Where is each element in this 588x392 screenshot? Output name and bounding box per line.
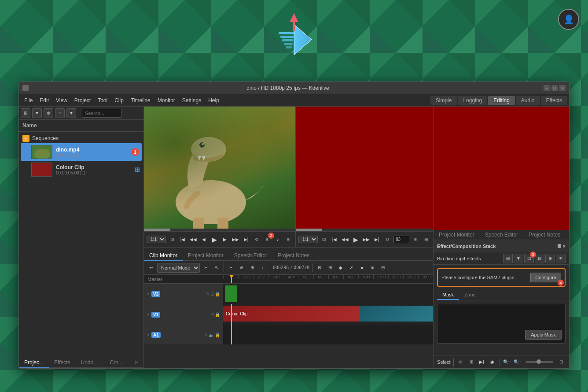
v2-clip-green[interactable] bbox=[225, 285, 237, 302]
minimize-button[interactable]: − bbox=[544, 85, 550, 91]
prj-ctrl-prev-zone[interactable]: |◀ bbox=[330, 235, 339, 244]
v2-ctrl-2[interactable]: ⊟ bbox=[210, 292, 214, 296]
layout-simple[interactable]: Simple bbox=[430, 96, 457, 105]
tab-zone[interactable]: Zone bbox=[459, 290, 481, 300]
eff-bottom-btn-4[interactable]: ◉ bbox=[488, 358, 497, 366]
tab-cor[interactable]: Cor ... bbox=[105, 358, 130, 368]
menu-clip[interactable]: Clip bbox=[111, 96, 127, 105]
tab-project[interactable]: Projec... bbox=[19, 358, 49, 368]
a1-ctrl-3[interactable]: 🔒 bbox=[215, 333, 220, 337]
tl-star[interactable]: ★ bbox=[357, 263, 366, 272]
zoom-slider[interactable] bbox=[526, 361, 553, 363]
clip-ctrl-loop[interactable]: ↻ bbox=[252, 235, 261, 244]
menu-timeline[interactable]: Timeline bbox=[127, 96, 154, 105]
menu-settings[interactable]: Settings bbox=[179, 96, 205, 105]
tl-group[interactable]: ⊞ bbox=[326, 263, 334, 272]
track-v1-body[interactable]: Colour Clip bbox=[223, 304, 433, 325]
eff-btn-4[interactable]: ⊟ bbox=[535, 254, 544, 263]
tl-cut[interactable]: ✂ bbox=[227, 263, 235, 272]
maximize-button[interactable]: □ bbox=[551, 85, 558, 91]
menu-project[interactable]: Project bbox=[71, 96, 94, 105]
menu-help[interactable]: Help bbox=[205, 96, 223, 105]
prj-ctrl-play[interactable]: ▶ bbox=[351, 235, 360, 244]
eff-btn-visibility[interactable]: 👁 bbox=[556, 254, 566, 263]
v1-red-clip[interactable]: Colour Clip bbox=[223, 306, 360, 322]
tab-project-monitor-right[interactable]: Project Monitor bbox=[434, 230, 480, 240]
prj-ctrl-next[interactable]: ▶▶ bbox=[362, 235, 371, 244]
clip-ctrl-play[interactable]: ▶ bbox=[210, 235, 219, 244]
prj-ctrl-more[interactable]: ≡ bbox=[411, 235, 420, 244]
v2-ctrl-3[interactable]: 🔒 bbox=[215, 292, 220, 296]
eff-btn-5[interactable]: ⊕ bbox=[545, 254, 555, 263]
tl-monitor[interactable]: ⊟ bbox=[379, 263, 387, 272]
tl-back-btn[interactable]: ↩ bbox=[147, 263, 155, 272]
clip-ctrl-step-fwd[interactable]: ▶ bbox=[220, 235, 229, 244]
eff-btn-2[interactable]: ▼ bbox=[514, 254, 523, 263]
prj-ctrl-fullscreen[interactable]: ⊟ bbox=[422, 235, 430, 244]
layout-effects[interactable]: Effects bbox=[541, 96, 567, 105]
tl-razor[interactable]: ✂ bbox=[202, 263, 210, 272]
search-input[interactable] bbox=[82, 109, 121, 118]
tab-project-notes-right[interactable]: Project Notes bbox=[523, 230, 566, 240]
clip-zoom-select[interactable]: 1:1 bbox=[147, 236, 166, 243]
clip-ctrl-more[interactable]: ≡ bbox=[284, 235, 293, 244]
tl-copy[interactable]: ⊕ bbox=[237, 263, 246, 272]
v1-ctrl-1[interactable]: ⊟ bbox=[210, 312, 214, 317]
bin-item-colour-clip[interactable]: Colour Clip 00:00:05:00 [1] ⊞ bbox=[21, 161, 142, 178]
tl-extract[interactable]: ↕ bbox=[258, 263, 267, 272]
close-button[interactable]: × bbox=[559, 85, 566, 91]
eff-fit[interactable]: ⊡ bbox=[557, 358, 566, 366]
layout-audio[interactable]: Audio bbox=[516, 96, 540, 105]
eff-zoom-out[interactable]: 🔍− bbox=[503, 358, 511, 366]
menu-edit[interactable]: Edit bbox=[36, 96, 52, 105]
a1-ctrl-2[interactable]: 🔈 bbox=[209, 333, 214, 337]
prj-ctrl-loop[interactable]: ↻ bbox=[383, 235, 392, 244]
mode-select[interactable]: Normal Mode bbox=[157, 263, 200, 273]
eff-bottom-btn-3[interactable]: ▶| bbox=[478, 358, 486, 366]
user-avatar[interactable]: 👤 bbox=[558, 9, 579, 30]
tl-menu[interactable]: ≡ bbox=[368, 263, 377, 272]
project-zoom-select[interactable]: 1:1 bbox=[298, 236, 318, 243]
a1-ctrl-1[interactable]: ✎ bbox=[204, 333, 208, 337]
bin-btn-2[interactable]: ▼ bbox=[32, 108, 42, 118]
menu-tool[interactable]: Tool bbox=[94, 96, 111, 105]
layout-editing[interactable]: Editing bbox=[488, 96, 515, 105]
effects-close-btn[interactable]: × bbox=[563, 244, 566, 249]
v2-ctrl-1[interactable]: ✎ bbox=[206, 292, 209, 296]
clip-ctrl-next[interactable]: ▶▶ bbox=[231, 235, 240, 244]
sequences-folder[interactable]: ▶ Sequences bbox=[21, 133, 142, 143]
v1-teal-clip[interactable] bbox=[360, 306, 433, 322]
track-a1-collapse[interactable]: ∨ bbox=[147, 333, 150, 337]
menu-file[interactable]: File bbox=[21, 96, 36, 105]
track-v2-body[interactable] bbox=[223, 284, 433, 304]
bin-btn-4[interactable]: ≡ bbox=[55, 108, 65, 118]
eff-zoom-in[interactable]: 🔍+ bbox=[513, 358, 522, 366]
tab-project-notes[interactable]: Project Notes bbox=[272, 251, 315, 261]
tab-project-monitor[interactable]: Project Monitor bbox=[183, 251, 229, 261]
menu-monitor[interactable]: Monitor bbox=[154, 96, 179, 105]
tl-marker[interactable]: ◆ bbox=[336, 263, 345, 272]
tab-speech-editor[interactable]: Speech Editor bbox=[229, 251, 272, 261]
eff-btn-1[interactable]: ⊞ bbox=[503, 254, 513, 263]
clip-ctrl-volume[interactable]: ♪ bbox=[273, 235, 282, 244]
eff-bottom-btn-1[interactable]: ⊕ bbox=[456, 358, 465, 366]
clip-ctrl-prev-zone[interactable]: |◀ bbox=[178, 235, 187, 244]
tl-spacer[interactable]: ⤢ bbox=[347, 263, 356, 272]
tab-undo[interactable]: Undo ... bbox=[75, 358, 104, 368]
bin-item-dino[interactable]: dino.mp4 00:00:18:12 1 bbox=[21, 143, 142, 161]
clip-ctrl-fit[interactable]: ⊡ bbox=[168, 235, 176, 244]
clip-ctrl-next-zone[interactable]: ▶| bbox=[242, 235, 250, 244]
tl-paste[interactable]: ⊞ bbox=[248, 263, 257, 272]
tl-snap[interactable]: ⊠ bbox=[315, 263, 324, 272]
effects-expand-btn[interactable]: ⊠ bbox=[557, 243, 561, 249]
prj-ctrl-next-zone[interactable]: ▶| bbox=[372, 235, 381, 244]
clip-ctrl-step-back[interactable]: ◀ bbox=[199, 235, 208, 244]
prj-ctrl-prev[interactable]: ◀◀ bbox=[341, 235, 349, 244]
track-v2-collapse[interactable]: ∨ bbox=[147, 292, 150, 296]
track-v1-collapse[interactable]: ∨ bbox=[147, 312, 150, 317]
tl-arrow[interactable]: ↖ bbox=[212, 263, 221, 272]
eff-bottom-btn-2[interactable]: ⊞ bbox=[467, 358, 476, 366]
tab-mask[interactable]: Mask bbox=[437, 290, 459, 300]
clip-ctrl-prev[interactable]: ◀◀ bbox=[189, 235, 198, 244]
menu-view[interactable]: View bbox=[52, 96, 71, 105]
